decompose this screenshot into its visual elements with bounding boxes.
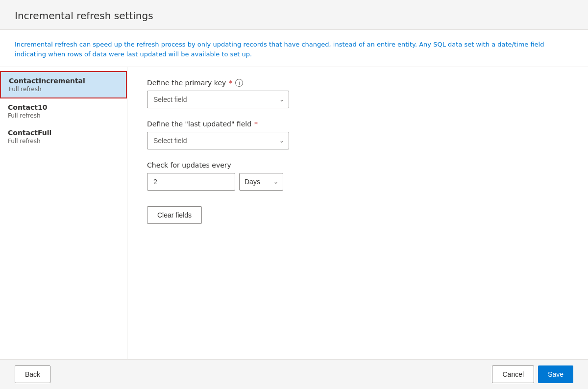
body-layout: ContactIncremental Full refresh Contact1… [0, 67, 588, 359]
sidebar-item-contact10[interactable]: Contact10 Full refresh [0, 98, 127, 124]
footer: Back Cancel Save [0, 359, 588, 389]
sidebar-item-contact-full[interactable]: ContactFull Full refresh [0, 124, 127, 149]
form-area: Define the primary key * i Select field … [127, 67, 588, 359]
primary-key-select-wrapper: Select field ⌄ [147, 91, 289, 108]
sidebar-item-name: ContactIncremental [9, 77, 118, 85]
save-button[interactable]: Save [538, 365, 573, 383]
sidebar-item-subtitle: Full refresh [8, 112, 119, 119]
main-content: Incremental refresh can speed up the ref… [0, 30, 588, 359]
cancel-button[interactable]: Cancel [492, 365, 534, 383]
last-updated-label: Define the "last updated" field * [147, 120, 568, 128]
primary-key-select[interactable]: Select field [147, 91, 289, 108]
primary-key-label: Define the primary key * i [147, 79, 568, 87]
primary-key-group: Define the primary key * i Select field … [147, 79, 568, 108]
interval-select[interactable]: Days Hours Minutes [239, 173, 283, 191]
clear-fields-group: Clear fields [147, 202, 568, 224]
sidebar-item-subtitle: Full refresh [8, 138, 119, 145]
check-updates-input[interactable] [147, 173, 235, 191]
sidebar-item-contact-incremental[interactable]: ContactIncremental Full refresh [0, 71, 127, 98]
last-updated-group: Define the "last updated" field * Select… [147, 120, 568, 149]
check-updates-row: Days Hours Minutes ⌄ [147, 173, 568, 191]
sidebar-item-subtitle: Full refresh [9, 86, 118, 93]
sidebar-item-name: Contact10 [8, 103, 119, 111]
clear-fields-button[interactable]: Clear fields [147, 206, 202, 224]
sidebar-item-name: ContactFull [8, 129, 119, 137]
page-title: Incremental refresh settings [15, 10, 573, 22]
primary-key-info-icon[interactable]: i [235, 79, 243, 87]
info-text: Incremental refresh can speed up the ref… [15, 40, 554, 59]
back-button[interactable]: Back [15, 365, 50, 383]
check-updates-group: Check for updates every Days Hours Minut… [147, 161, 568, 191]
footer-right: Cancel Save [492, 365, 573, 383]
check-updates-label: Check for updates every [147, 161, 568, 169]
footer-left: Back [15, 365, 50, 383]
days-select-wrapper: Days Hours Minutes ⌄ [239, 173, 283, 191]
sidebar: ContactIncremental Full refresh Contact1… [0, 67, 127, 359]
required-star: * [229, 79, 232, 87]
required-star: * [254, 120, 258, 128]
last-updated-select-wrapper: Select field ⌄ [147, 132, 289, 149]
last-updated-select[interactable]: Select field [147, 132, 289, 149]
info-bar: Incremental refresh can speed up the ref… [0, 30, 588, 67]
page-header: Incremental refresh settings [0, 0, 588, 30]
